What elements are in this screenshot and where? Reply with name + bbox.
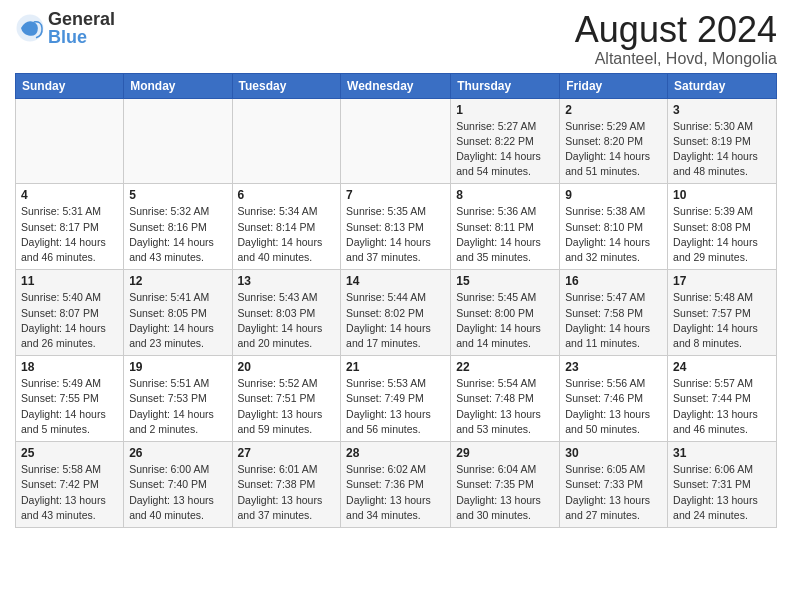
calendar-week-2: 11Sunrise: 5:40 AMSunset: 8:07 PMDayligh… bbox=[16, 270, 777, 356]
logo-icon bbox=[15, 13, 45, 43]
header-friday: Friday bbox=[560, 73, 668, 98]
calendar-cell: 27Sunrise: 6:01 AMSunset: 7:38 PMDayligh… bbox=[232, 442, 341, 528]
calendar-week-3: 18Sunrise: 5:49 AMSunset: 7:55 PMDayligh… bbox=[16, 356, 777, 442]
day-number: 2 bbox=[565, 103, 662, 117]
day-info: Sunrise: 5:31 AMSunset: 8:17 PMDaylight:… bbox=[21, 204, 118, 265]
title-block: August 2024 Altanteel, Hovd, Mongolia bbox=[575, 10, 777, 68]
day-info: Sunrise: 5:48 AMSunset: 7:57 PMDaylight:… bbox=[673, 290, 771, 351]
calendar-cell: 1Sunrise: 5:27 AMSunset: 8:22 PMDaylight… bbox=[451, 98, 560, 184]
day-info: Sunrise: 5:58 AMSunset: 7:42 PMDaylight:… bbox=[21, 462, 118, 523]
day-info: Sunrise: 5:52 AMSunset: 7:51 PMDaylight:… bbox=[238, 376, 336, 437]
day-number: 22 bbox=[456, 360, 554, 374]
calendar-cell bbox=[124, 98, 232, 184]
day-number: 4 bbox=[21, 188, 118, 202]
day-number: 23 bbox=[565, 360, 662, 374]
header-sunday: Sunday bbox=[16, 73, 124, 98]
calendar-cell bbox=[232, 98, 341, 184]
calendar-cell bbox=[341, 98, 451, 184]
calendar-cell: 23Sunrise: 5:56 AMSunset: 7:46 PMDayligh… bbox=[560, 356, 668, 442]
calendar-cell: 9Sunrise: 5:38 AMSunset: 8:10 PMDaylight… bbox=[560, 184, 668, 270]
day-info: Sunrise: 5:57 AMSunset: 7:44 PMDaylight:… bbox=[673, 376, 771, 437]
calendar-cell: 26Sunrise: 6:00 AMSunset: 7:40 PMDayligh… bbox=[124, 442, 232, 528]
day-info: Sunrise: 5:27 AMSunset: 8:22 PMDaylight:… bbox=[456, 119, 554, 180]
calendar-cell: 18Sunrise: 5:49 AMSunset: 7:55 PMDayligh… bbox=[16, 356, 124, 442]
header-thursday: Thursday bbox=[451, 73, 560, 98]
day-info: Sunrise: 5:56 AMSunset: 7:46 PMDaylight:… bbox=[565, 376, 662, 437]
day-info: Sunrise: 5:30 AMSunset: 8:19 PMDaylight:… bbox=[673, 119, 771, 180]
day-info: Sunrise: 5:32 AMSunset: 8:16 PMDaylight:… bbox=[129, 204, 226, 265]
day-number: 28 bbox=[346, 446, 445, 460]
logo-text: General Blue bbox=[48, 10, 115, 46]
day-info: Sunrise: 6:01 AMSunset: 7:38 PMDaylight:… bbox=[238, 462, 336, 523]
day-number: 5 bbox=[129, 188, 226, 202]
day-number: 31 bbox=[673, 446, 771, 460]
calendar-cell: 30Sunrise: 6:05 AMSunset: 7:33 PMDayligh… bbox=[560, 442, 668, 528]
page-container: General Blue August 2024 Altanteel, Hovd… bbox=[0, 0, 792, 538]
calendar-cell: 19Sunrise: 5:51 AMSunset: 7:53 PMDayligh… bbox=[124, 356, 232, 442]
day-number: 7 bbox=[346, 188, 445, 202]
day-info: Sunrise: 5:54 AMSunset: 7:48 PMDaylight:… bbox=[456, 376, 554, 437]
calendar-table: Sunday Monday Tuesday Wednesday Thursday… bbox=[15, 73, 777, 528]
day-number: 26 bbox=[129, 446, 226, 460]
day-info: Sunrise: 6:00 AMSunset: 7:40 PMDaylight:… bbox=[129, 462, 226, 523]
day-info: Sunrise: 5:47 AMSunset: 7:58 PMDaylight:… bbox=[565, 290, 662, 351]
calendar-cell: 13Sunrise: 5:43 AMSunset: 8:03 PMDayligh… bbox=[232, 270, 341, 356]
day-info: Sunrise: 5:34 AMSunset: 8:14 PMDaylight:… bbox=[238, 204, 336, 265]
calendar-week-4: 25Sunrise: 5:58 AMSunset: 7:42 PMDayligh… bbox=[16, 442, 777, 528]
day-number: 24 bbox=[673, 360, 771, 374]
day-info: Sunrise: 5:39 AMSunset: 8:08 PMDaylight:… bbox=[673, 204, 771, 265]
day-number: 30 bbox=[565, 446, 662, 460]
day-number: 16 bbox=[565, 274, 662, 288]
day-number: 15 bbox=[456, 274, 554, 288]
day-info: Sunrise: 5:45 AMSunset: 8:00 PMDaylight:… bbox=[456, 290, 554, 351]
day-info: Sunrise: 6:05 AMSunset: 7:33 PMDaylight:… bbox=[565, 462, 662, 523]
calendar-cell: 2Sunrise: 5:29 AMSunset: 8:20 PMDaylight… bbox=[560, 98, 668, 184]
day-info: Sunrise: 5:51 AMSunset: 7:53 PMDaylight:… bbox=[129, 376, 226, 437]
day-info: Sunrise: 6:02 AMSunset: 7:36 PMDaylight:… bbox=[346, 462, 445, 523]
header-tuesday: Tuesday bbox=[232, 73, 341, 98]
day-number: 8 bbox=[456, 188, 554, 202]
logo-blue: Blue bbox=[48, 28, 115, 46]
day-number: 12 bbox=[129, 274, 226, 288]
calendar-cell: 10Sunrise: 5:39 AMSunset: 8:08 PMDayligh… bbox=[668, 184, 777, 270]
header-wednesday: Wednesday bbox=[341, 73, 451, 98]
calendar-cell: 14Sunrise: 5:44 AMSunset: 8:02 PMDayligh… bbox=[341, 270, 451, 356]
day-number: 19 bbox=[129, 360, 226, 374]
calendar-week-1: 4Sunrise: 5:31 AMSunset: 8:17 PMDaylight… bbox=[16, 184, 777, 270]
day-info: Sunrise: 5:53 AMSunset: 7:49 PMDaylight:… bbox=[346, 376, 445, 437]
day-number: 9 bbox=[565, 188, 662, 202]
day-number: 13 bbox=[238, 274, 336, 288]
logo-general: General bbox=[48, 10, 115, 28]
day-number: 21 bbox=[346, 360, 445, 374]
day-number: 29 bbox=[456, 446, 554, 460]
calendar-cell: 25Sunrise: 5:58 AMSunset: 7:42 PMDayligh… bbox=[16, 442, 124, 528]
day-info: Sunrise: 5:40 AMSunset: 8:07 PMDaylight:… bbox=[21, 290, 118, 351]
month-title: August 2024 bbox=[575, 10, 777, 50]
day-number: 1 bbox=[456, 103, 554, 117]
calendar-cell: 12Sunrise: 5:41 AMSunset: 8:05 PMDayligh… bbox=[124, 270, 232, 356]
calendar-cell: 6Sunrise: 5:34 AMSunset: 8:14 PMDaylight… bbox=[232, 184, 341, 270]
calendar-cell: 5Sunrise: 5:32 AMSunset: 8:16 PMDaylight… bbox=[124, 184, 232, 270]
calendar-cell: 31Sunrise: 6:06 AMSunset: 7:31 PMDayligh… bbox=[668, 442, 777, 528]
calendar-cell: 28Sunrise: 6:02 AMSunset: 7:36 PMDayligh… bbox=[341, 442, 451, 528]
calendar-cell: 16Sunrise: 5:47 AMSunset: 7:58 PMDayligh… bbox=[560, 270, 668, 356]
day-info: Sunrise: 5:41 AMSunset: 8:05 PMDaylight:… bbox=[129, 290, 226, 351]
day-info: Sunrise: 5:35 AMSunset: 8:13 PMDaylight:… bbox=[346, 204, 445, 265]
calendar-cell: 11Sunrise: 5:40 AMSunset: 8:07 PMDayligh… bbox=[16, 270, 124, 356]
calendar-cell: 17Sunrise: 5:48 AMSunset: 7:57 PMDayligh… bbox=[668, 270, 777, 356]
calendar-cell: 29Sunrise: 6:04 AMSunset: 7:35 PMDayligh… bbox=[451, 442, 560, 528]
day-info: Sunrise: 5:29 AMSunset: 8:20 PMDaylight:… bbox=[565, 119, 662, 180]
calendar-cell: 7Sunrise: 5:35 AMSunset: 8:13 PMDaylight… bbox=[341, 184, 451, 270]
day-info: Sunrise: 6:06 AMSunset: 7:31 PMDaylight:… bbox=[673, 462, 771, 523]
day-info: Sunrise: 5:43 AMSunset: 8:03 PMDaylight:… bbox=[238, 290, 336, 351]
location-title: Altanteel, Hovd, Mongolia bbox=[575, 50, 777, 68]
header-saturday: Saturday bbox=[668, 73, 777, 98]
day-number: 17 bbox=[673, 274, 771, 288]
calendar-cell: 22Sunrise: 5:54 AMSunset: 7:48 PMDayligh… bbox=[451, 356, 560, 442]
calendar-week-0: 1Sunrise: 5:27 AMSunset: 8:22 PMDaylight… bbox=[16, 98, 777, 184]
weekday-header-row: Sunday Monday Tuesday Wednesday Thursday… bbox=[16, 73, 777, 98]
day-number: 10 bbox=[673, 188, 771, 202]
calendar-cell: 15Sunrise: 5:45 AMSunset: 8:00 PMDayligh… bbox=[451, 270, 560, 356]
header: General Blue August 2024 Altanteel, Hovd… bbox=[15, 10, 777, 68]
calendar-cell: 20Sunrise: 5:52 AMSunset: 7:51 PMDayligh… bbox=[232, 356, 341, 442]
